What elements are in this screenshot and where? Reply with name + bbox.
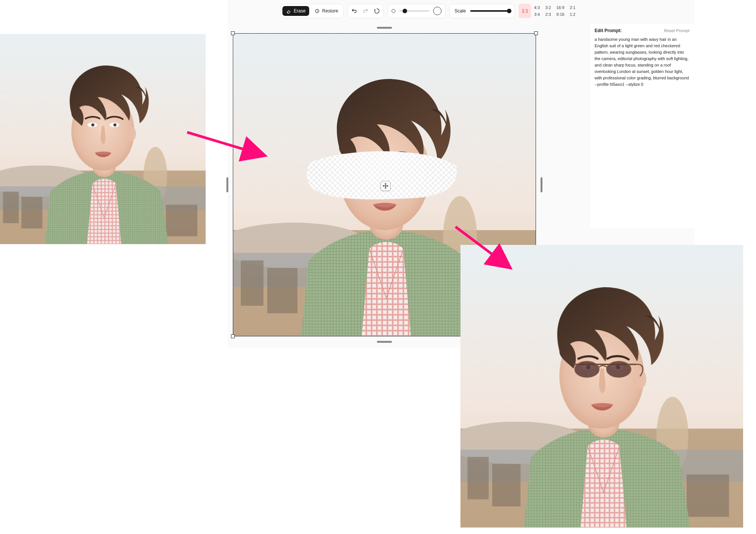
aspect-option[interactable]: 16:9 [555, 5, 566, 11]
crop-handle-tr[interactable] [534, 31, 538, 35]
crop-handle-bl[interactable] [231, 334, 235, 338]
brush-max-icon [433, 7, 442, 15]
erase-restore-group: Erase Restore [280, 4, 344, 18]
move-handle[interactable] [381, 181, 390, 191]
brush-min-icon [392, 9, 395, 13]
erase-button[interactable]: Erase [282, 6, 309, 16]
brush-thumb[interactable] [403, 9, 407, 13]
crop-handle-tl[interactable] [231, 31, 235, 35]
crop-edge-left[interactable] [226, 177, 228, 192]
scale-slider-group: Scale [449, 4, 515, 18]
undo-button[interactable] [349, 6, 359, 16]
aspect-option[interactable]: 2:3 [544, 11, 552, 17]
crop-edge-right[interactable] [541, 177, 542, 192]
restore-icon [314, 8, 320, 14]
aspect-option[interactable]: 2:1 [568, 5, 577, 11]
toolbar: Erase Restore [280, 3, 577, 19]
aspect-option[interactable]: 1:2 [568, 11, 577, 17]
scale-thumb[interactable] [507, 9, 511, 13]
reset-button[interactable] [372, 6, 382, 16]
brush-size-slider[interactable] [387, 4, 446, 18]
erase-label: Erase [294, 8, 305, 14]
aspect-option[interactable]: 3:2 [544, 5, 552, 11]
reset-icon [374, 8, 380, 14]
brush-track[interactable] [399, 10, 429, 12]
output-image [460, 245, 743, 528]
undo-icon [351, 8, 357, 14]
aspect-option[interactable]: 3:4 [533, 11, 541, 17]
reset-prompt-button[interactable]: Reset Prompt [664, 28, 689, 33]
crop-edge-top[interactable] [377, 27, 392, 29]
move-icon [383, 183, 389, 189]
restore-label: Restore [322, 8, 338, 14]
aspect-active[interactable]: 1:1 [519, 4, 531, 18]
prompt-title: Edit Prompt: [595, 28, 622, 33]
prompt-panel: Edit Prompt: Reset Prompt a handsome you… [589, 24, 695, 228]
aspect-option[interactable]: 9:16 [555, 11, 566, 17]
aspect-ratio-group: 1:1 4:3 3:2 16:9 2:1 3:4 2:3 9:16 1:2 [519, 4, 577, 18]
erase-icon [286, 8, 291, 14]
restore-button[interactable]: Restore [311, 6, 342, 16]
redo-button[interactable] [361, 6, 370, 16]
aspect-option[interactable]: 4:3 [533, 5, 541, 11]
scale-label: Scale [454, 8, 466, 14]
history-group [347, 4, 384, 18]
prompt-text[interactable]: a handsome young man with wavy hair in a… [595, 36, 689, 88]
scale-slider[interactable] [470, 10, 510, 12]
redo-icon [363, 8, 369, 14]
crop-edge-bottom[interactable] [377, 341, 392, 343]
input-image [0, 34, 206, 244]
